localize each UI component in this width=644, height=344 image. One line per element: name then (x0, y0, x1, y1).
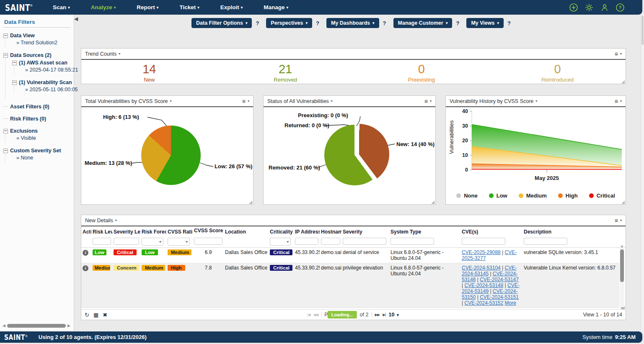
scrollbar-thumb[interactable] (620, 249, 624, 282)
sidebar-horizontal-scrollbar[interactable]: ◀ ▶ (3, 323, 70, 329)
filter-input-severity_level[interactable] (114, 238, 139, 245)
sidebar-collapse-arrow-icon[interactable]: ◀ (74, 16, 78, 22)
panel-title-dropdown[interactable]: Vulnerability History by CVSS Score (450, 98, 533, 104)
help-icon[interactable]: ? (616, 3, 625, 12)
more-cves-link[interactable]: More (505, 300, 516, 306)
filter-input-ip[interactable] (295, 238, 318, 245)
panel-menu-button[interactable]: ≡▾ (242, 98, 249, 105)
scroll-left-icon[interactable]: ◀ (3, 324, 5, 328)
sidebar-item-asset-filters-0-[interactable]: Asset Filters (0) (3, 103, 72, 110)
legend-item-critical[interactable]: Critical (589, 193, 615, 199)
sidebar-leaf[interactable]: » 2025-04-17 08:55:21 (21, 67, 72, 74)
column-header-system_type[interactable]: System Type (389, 226, 460, 236)
legend-item-medium[interactable]: Medium (519, 193, 547, 199)
legend-item-none[interactable]: None (456, 193, 478, 199)
sidebar-item-exclusions[interactable]: Exclusions (3, 127, 72, 135)
table-vertical-scrollbar[interactable]: ▲ ▼ (620, 244, 624, 311)
sidebar-item-data-sources-2-[interactable]: Data Sources (2) (3, 51, 72, 59)
trend-stat-new[interactable]: 14New (81, 63, 217, 83)
cve-link[interactable]: CVE-2024-53147 (480, 277, 519, 282)
cve-link[interactable]: CVE-2024-53151 (480, 294, 519, 300)
panel-title-dropdown[interactable]: Total Vulnerabilities by CVSS Score (85, 98, 168, 104)
trend-stat-reintroduced[interactable]: 0Reintroduced (489, 63, 626, 83)
sidebar-item-risk-filters-0-[interactable]: Risk Filters (0) (3, 115, 72, 123)
filter-select-cvss_rating[interactable]: ⌄ (168, 238, 190, 246)
scrollbar-thumb[interactable] (641, 15, 644, 45)
filter-input-risk_level[interactable] (93, 238, 111, 245)
cve-link[interactable]: CVE-2024-53104 (462, 265, 501, 271)
column-header-risk_level[interactable]: Risk Lev (91, 226, 112, 236)
refresh-icon[interactable]: ↻ (85, 312, 89, 318)
my-dashboards-button[interactable]: My Dashboards▾ (326, 18, 379, 28)
filter-input-cves[interactable] (462, 238, 505, 245)
user-icon[interactable] (600, 3, 609, 12)
help-mark[interactable]: ? (383, 20, 386, 26)
scroll-right-icon[interactable]: ▶ (67, 324, 70, 328)
perspectives-button[interactable]: Perspectives▾ (266, 18, 312, 28)
sidebar-leaf[interactable]: » 2025-05-11 06:00:05 (21, 86, 72, 94)
prev-page-icon[interactable]: ◀◀ (313, 313, 318, 317)
info-icon[interactable]: i (83, 250, 88, 256)
table-row[interactable]: iMediumConcernMediumHigh7.8Dallas Sales … (81, 263, 619, 308)
pie-chart-status[interactable] (324, 125, 385, 185)
column-header-description[interactable]: Description (522, 226, 619, 236)
panel-title-dropdown[interactable]: Trend Counts (85, 51, 116, 57)
saint-logo[interactable]: SAINT ® (5, 3, 33, 12)
trend-stat-removed[interactable]: 21Removed (217, 63, 354, 83)
filter-input-hostname[interactable] (321, 238, 340, 245)
grid-view-icon[interactable]: ▦ (93, 312, 98, 318)
next-page-icon[interactable]: ▶▶ (375, 313, 380, 317)
help-mark[interactable]: ? (507, 20, 511, 26)
sidebar-item--1-vulnerability-scan[interactable]: (1) Vulnerability Scan (12, 79, 72, 86)
filter-input-cvss_score[interactable] (194, 238, 222, 245)
column-header-ip[interactable]: IP Address (294, 226, 320, 236)
column-header-severity_level[interactable]: Severity Level (112, 226, 140, 236)
sidebar-item-data-view[interactable]: Data View (3, 32, 72, 39)
column-header-cves[interactable]: CVE(s) (460, 226, 522, 236)
filter-select-criticality[interactable]: ⌄ (270, 238, 291, 246)
column-header-cvss_rating[interactable]: CVSS Rating (166, 226, 193, 236)
column-header-severity[interactable]: Severity (341, 226, 389, 236)
cve-link[interactable]: CVE-2024-53152 (464, 300, 503, 306)
panel-menu-button[interactable]: ≡▾ (615, 98, 622, 105)
scroll-up-icon[interactable]: ▲ (621, 244, 624, 249)
help-mark[interactable]: ? (256, 20, 259, 26)
manage-customer-button[interactable]: Manage Customer▾ (393, 18, 453, 28)
info-icon[interactable]: i (83, 265, 88, 271)
table-row[interactable]: iLowCriticalLowMedium6.9Dallas Sales Off… (81, 248, 619, 263)
panel-menu-button[interactable]: ≡▾ (615, 51, 622, 57)
clear-filters-icon[interactable]: ✖ (103, 312, 107, 318)
cve-link[interactable]: CVE-2025-29088 (462, 249, 501, 255)
column-header-criticality[interactable]: Criticality (269, 226, 294, 236)
sidebar-leaf[interactable]: » None (12, 154, 72, 162)
sidebar-item-custom-severity-set[interactable]: Custom Severity Set (3, 147, 72, 154)
column-header-cvss_score[interactable]: CVSS Score▲▼ (193, 226, 224, 236)
help-mark[interactable]: ? (316, 20, 319, 26)
column-header-location[interactable]: Location (224, 226, 269, 236)
cve-link[interactable]: CVE-2024-53148 (464, 282, 503, 288)
nav-ticket[interactable]: Ticket▾ (179, 4, 199, 10)
help-mark[interactable]: ? (456, 20, 459, 26)
nav-manage[interactable]: Manage▾ (264, 4, 288, 10)
legend-item-low[interactable]: Low (489, 193, 507, 199)
filter-input-severity[interactable] (343, 238, 386, 245)
page-size-select[interactable]: 10 ▼ (389, 312, 400, 318)
panel-menu-button[interactable]: ≡▾ (615, 217, 622, 224)
nav-report[interactable]: Report▾ (137, 4, 158, 10)
pie-chart-total-vulnerabilities[interactable] (141, 126, 201, 185)
panel-title-dropdown[interactable]: New Details (85, 218, 113, 223)
trend-stat-preexisting[interactable]: 0Preexisting (354, 63, 490, 83)
scrollbar-thumb[interactable] (7, 324, 66, 328)
pie-slice-removed[interactable] (324, 125, 385, 185)
sidebar-item--1-aws-asset-scan[interactable]: (1) AWS Asset scan (12, 59, 72, 67)
sidebar-leaf[interactable]: » Visible (12, 135, 72, 142)
first-page-icon[interactable]: |◀ (307, 313, 310, 317)
filter-input-system_type[interactable] (391, 238, 434, 245)
settings-icon[interactable] (585, 3, 594, 12)
my-views-button[interactable]: My Views▾ (466, 18, 504, 28)
nav-exploit[interactable]: Exploit▾ (220, 4, 243, 10)
panel-title-dropdown[interactable]: Status of All Vulnerabilities (267, 98, 329, 104)
data-filter-options-button[interactable]: Data Filter Options▾ (191, 18, 252, 28)
pie-slice-high[interactable] (141, 126, 201, 185)
last-page-icon[interactable]: ▶| (383, 313, 385, 317)
